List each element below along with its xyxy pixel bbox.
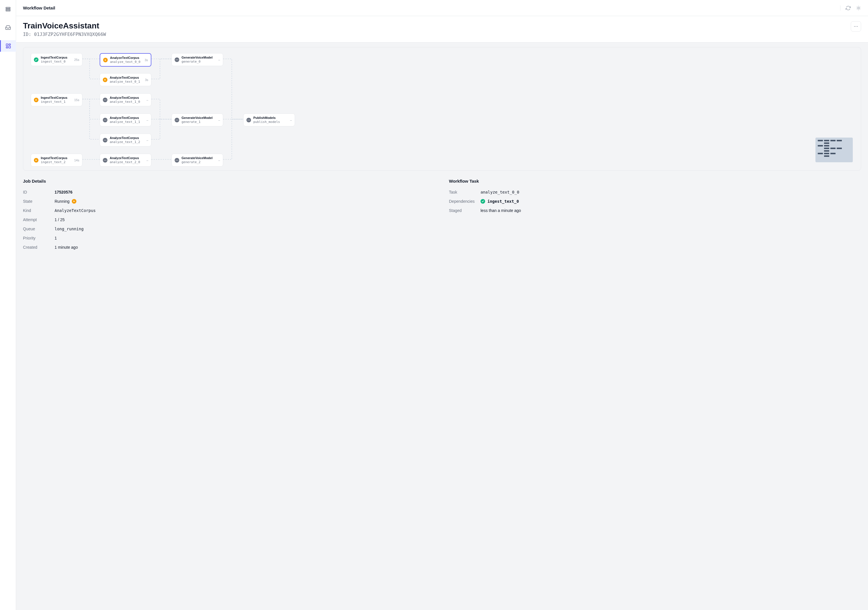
svg-rect-3: [6, 44, 8, 46]
svg-point-10: [857, 26, 858, 27]
dots-icon: [103, 138, 107, 142]
svg-marker-11: [36, 99, 37, 101]
node-generate-2[interactable]: GenerateVoiceModelgenerate_2 –: [172, 154, 223, 167]
node-analyze-text-2-0[interactable]: AnalyzeTextCorpusanalyze_text_2_0 –: [100, 154, 151, 167]
page-title: Workflow Detail: [23, 5, 55, 10]
theme-toggle-button[interactable]: [856, 5, 861, 11]
svg-point-24: [104, 160, 105, 161]
svg-point-28: [177, 59, 177, 60]
dots-icon: [103, 158, 107, 163]
workflows-icon: [5, 43, 11, 49]
node-ingest-text-2[interactable]: IngestTextCorpusingest_text_2 14s: [31, 154, 82, 167]
svg-point-23: [106, 140, 106, 141]
svg-rect-0: [6, 7, 10, 8]
node-generate-1[interactable]: GenerateVoiceModelgenerate_1 –: [172, 113, 223, 126]
queues-icon: [5, 6, 11, 12]
svg-point-29: [178, 59, 178, 60]
svg-rect-4: [9, 44, 11, 45]
workflow-canvas[interactable]: IngestTextCorpusingest_text_0 25s Ingest…: [23, 47, 861, 170]
svg-point-31: [177, 120, 177, 120]
svg-point-8: [854, 26, 855, 27]
workflow-task-title: Workflow Task: [449, 179, 861, 184]
svg-point-36: [248, 120, 248, 120]
svg-point-38: [249, 120, 250, 120]
wf-task-name: analyze_text_0_0: [480, 190, 519, 194]
svg-point-20: [106, 120, 106, 120]
svg-point-17: [106, 100, 106, 100]
dots-icon: [175, 158, 179, 163]
node-analyze-text-1-2[interactable]: AnalyzeTextCorpusanalyze_text_1_2 –: [100, 133, 151, 147]
job-state: Running: [54, 199, 76, 204]
sidebar-item-workflows[interactable]: [0, 40, 16, 52]
dots-icon: [175, 118, 179, 122]
node-analyze-text-0-0[interactable]: AnalyzeTextCorpusanalyze_text_0_0 3s: [100, 53, 151, 67]
svg-rect-2: [6, 10, 10, 11]
svg-point-26: [106, 160, 106, 161]
dots-icon: [103, 118, 107, 122]
workflow-id: ID: 01J3FZP2GYHFE6FPN3VXQXQ66W: [23, 32, 106, 37]
job-attempt: 1 / 25: [54, 217, 65, 222]
svg-point-37: [248, 120, 249, 120]
svg-rect-1: [6, 9, 10, 9]
node-publish-models[interactable]: PublishModelspublish_models –: [243, 113, 295, 126]
job-id: 17520576: [54, 190, 72, 194]
play-icon: [72, 199, 76, 204]
job-details-panel: Job Details ID17520576 StateRunning Kind…: [23, 179, 435, 252]
dots-icon: [246, 118, 251, 122]
workflow-name: TrainVoiceAssistant: [23, 21, 106, 31]
refresh-icon: [846, 5, 851, 11]
node-analyze-text-0-1[interactable]: AnalyzeTextCorpusanalyze_text_0_1 3s: [100, 73, 151, 86]
sun-icon: [856, 5, 861, 11]
refresh-button[interactable]: [846, 5, 851, 11]
node-generate-0[interactable]: GenerateVoiceModelgenerate_0 –: [172, 53, 223, 66]
minimap[interactable]: [815, 138, 853, 162]
dots-icon: [103, 98, 107, 102]
job-queue: long_running: [54, 227, 84, 231]
play-icon: [103, 77, 107, 82]
svg-point-35: [178, 160, 178, 161]
svg-point-9: [856, 26, 856, 27]
node-ingest-text-0[interactable]: IngestTextCorpusingest_text_0 25s: [31, 53, 82, 66]
svg-point-7: [858, 7, 859, 9]
job-details-title: Job Details: [23, 179, 435, 184]
wf-task-staged: less than a minute ago: [480, 208, 521, 213]
graph-edges: [28, 52, 856, 166]
svg-point-15: [104, 100, 105, 100]
dots-icon: [853, 24, 859, 29]
job-priority: 1: [54, 236, 57, 240]
workflow-task-panel: Workflow Task Taskanalyze_text_0_0 Depen…: [449, 179, 861, 252]
svg-marker-13: [105, 59, 106, 60]
wf-task-deps: ingest_text_0: [480, 199, 519, 204]
sidebar: [0, 0, 16, 610]
svg-marker-14: [105, 79, 106, 81]
svg-point-16: [105, 100, 105, 100]
svg-marker-12: [36, 159, 37, 161]
check-icon: [480, 199, 485, 204]
sidebar-item-queues[interactable]: [0, 3, 16, 15]
svg-point-19: [105, 120, 105, 120]
node-analyze-text-1-0[interactable]: AnalyzeTextCorpusanalyze_text_1_0 –: [100, 93, 151, 106]
svg-rect-6: [6, 47, 8, 48]
svg-point-21: [104, 140, 105, 141]
svg-point-30: [176, 120, 176, 120]
dots-icon: [175, 57, 179, 62]
sidebar-item-inbox[interactable]: [0, 22, 16, 33]
node-ingest-text-1[interactable]: IngestTextCorpusingest_text_1 15s: [31, 93, 82, 106]
svg-point-32: [178, 120, 178, 120]
inbox-icon: [5, 25, 11, 31]
play-icon: [103, 58, 108, 62]
topbar: Workflow Detail: [16, 0, 868, 16]
node-analyze-text-1-1[interactable]: AnalyzeTextCorpusanalyze_text_1_1 –: [100, 113, 151, 126]
svg-point-33: [176, 160, 176, 161]
svg-marker-39: [73, 200, 75, 202]
job-kind: AnalyzeTextCorpus: [54, 208, 96, 213]
play-icon: [34, 158, 39, 163]
svg-point-34: [177, 160, 177, 161]
play-icon: [34, 98, 39, 102]
check-icon: [34, 57, 39, 62]
svg-point-25: [105, 160, 105, 161]
more-button[interactable]: [851, 21, 861, 32]
job-created: 1 minute ago: [54, 245, 78, 249]
svg-point-22: [105, 140, 105, 141]
workflow-header: TrainVoiceAssistant ID: 01J3FZP2GYHFE6FP…: [16, 16, 868, 42]
